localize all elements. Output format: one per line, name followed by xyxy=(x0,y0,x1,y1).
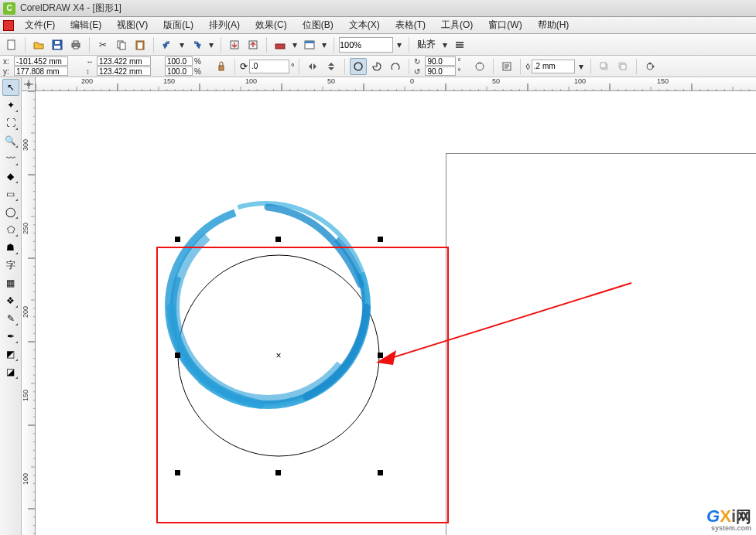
fill-tool[interactable]: ◩ xyxy=(2,346,19,363)
selection-center-marker[interactable]: × xyxy=(275,350,281,361)
pie-button[interactable] xyxy=(368,58,385,75)
svg-text:150: 150 xyxy=(22,390,29,401)
interactive-blend-tool[interactable]: ❖ xyxy=(2,292,19,309)
open-button[interactable] xyxy=(30,36,47,53)
to-front-button[interactable] xyxy=(596,58,613,75)
svg-rect-29 xyxy=(621,64,626,70)
menu-item[interactable]: 版面(L) xyxy=(156,17,201,33)
zoom-dropdown[interactable]: ▾ xyxy=(395,36,404,53)
redo-button[interactable] xyxy=(188,36,205,53)
export-button[interactable] xyxy=(245,36,262,53)
arc-button[interactable] xyxy=(387,58,404,75)
undo-dropdown[interactable]: ▾ xyxy=(177,36,186,53)
horizontal-ruler[interactable]: 20015010050050100150 xyxy=(36,77,756,91)
smart-fill-tool[interactable]: ◆ xyxy=(2,168,19,185)
y-position-input[interactable] xyxy=(14,66,68,76)
new-button[interactable] xyxy=(3,36,20,53)
scale-fields: % % xyxy=(165,56,211,77)
print-button[interactable] xyxy=(67,36,84,53)
selection-handle-s[interactable] xyxy=(275,470,281,475)
zoom-tool[interactable]: 🔍 xyxy=(2,132,19,149)
cut-button[interactable]: ✂ xyxy=(94,36,111,53)
paste-button[interactable] xyxy=(132,36,149,53)
menu-item[interactable]: 视图(V) xyxy=(109,17,156,33)
menu-item[interactable]: 窗口(W) xyxy=(481,17,529,33)
svg-text:100: 100 xyxy=(22,473,29,485)
freehand-tool[interactable]: 〰 xyxy=(2,150,19,167)
end-angle-input[interactable] xyxy=(425,66,456,76)
blue-brush-circle[interactable] xyxy=(165,203,368,406)
basic-shapes-tool[interactable]: ☗ xyxy=(2,239,19,256)
menu-item[interactable]: 工具(O) xyxy=(433,17,481,33)
undo-button[interactable] xyxy=(159,36,176,53)
menu-item[interactable]: 位图(B) xyxy=(295,17,341,33)
welcome-dropdown[interactable]: ▾ xyxy=(320,36,329,53)
width-input[interactable] xyxy=(97,56,151,66)
lock-ratio-button[interactable] xyxy=(213,58,230,75)
table-tool[interactable]: ▦ xyxy=(2,274,19,291)
menu-item[interactable]: 文本(X) xyxy=(341,17,388,33)
mirror-h-button[interactable] xyxy=(304,58,321,75)
start-angle-input[interactable] xyxy=(425,56,456,66)
toolbox: ↖✦⛶🔍〰◆▭◯⬠☗字▦❖✎✒◩◪ xyxy=(0,77,22,535)
redo-dropdown[interactable]: ▾ xyxy=(207,36,216,53)
menu-item[interactable]: 编辑(E) xyxy=(63,17,109,33)
ellipse-full-button[interactable] xyxy=(350,58,367,75)
copy-button[interactable] xyxy=(113,36,130,53)
save-button[interactable] xyxy=(49,36,66,53)
selection-handle-sw[interactable] xyxy=(175,470,180,475)
menu-item[interactable]: 文件(F) xyxy=(17,17,63,33)
selection-handle-n[interactable] xyxy=(275,237,281,242)
app-logo-icon: C xyxy=(3,2,15,15)
ruler-origin[interactable] xyxy=(22,77,36,91)
snap-dropdown[interactable]: ▾ xyxy=(440,36,450,53)
outline-tool[interactable]: ✒ xyxy=(2,328,19,345)
x-position-input[interactable] xyxy=(14,56,68,66)
text-tool[interactable]: 字 xyxy=(2,257,19,274)
menu-item[interactable]: 帮助(H) xyxy=(530,17,577,33)
crop-tool[interactable]: ⛶ xyxy=(2,114,19,131)
swap-direction-button[interactable] xyxy=(471,58,488,75)
outline-width-input[interactable] xyxy=(532,60,575,73)
svg-point-198 xyxy=(175,214,361,400)
selection-handle-e[interactable] xyxy=(378,353,383,358)
wrap-paragraph-button[interactable] xyxy=(498,58,515,75)
polygon-tool[interactable]: ⬠ xyxy=(2,221,19,238)
outline-width-dropdown[interactable]: ▾ xyxy=(576,58,586,75)
app-launcher-button[interactable] xyxy=(272,36,289,53)
zoom-level-select[interactable] xyxy=(339,37,393,53)
vertical-ruler[interactable]: 300250200150100 xyxy=(22,91,36,535)
options-button[interactable] xyxy=(451,36,468,53)
svg-rect-6 xyxy=(74,46,78,49)
selection-handle-se[interactable] xyxy=(378,470,383,475)
scale-y-input[interactable] xyxy=(165,66,193,76)
welcome-button[interactable] xyxy=(301,36,318,53)
selection-handle-ne[interactable] xyxy=(378,237,383,242)
menu-item[interactable]: 表格(T) xyxy=(388,17,433,33)
to-back-button[interactable] xyxy=(614,58,631,75)
height-input[interactable] xyxy=(97,66,151,76)
shape-tool[interactable]: ✦ xyxy=(2,97,19,114)
interactive-fill-tool[interactable]: ◪ xyxy=(2,363,19,380)
selection-handle-w[interactable] xyxy=(175,353,180,358)
scale-x-input[interactable] xyxy=(165,56,193,66)
rotation-input[interactable] xyxy=(249,60,289,73)
menu-item[interactable]: 排列(A) xyxy=(201,17,248,33)
pick-tool[interactable]: ↖ xyxy=(2,79,19,96)
drawing-canvas[interactable]: × xyxy=(36,91,756,535)
mirror-v-button[interactable] xyxy=(323,58,340,75)
svg-text:150: 150 xyxy=(657,77,669,85)
ellipse-tool[interactable]: ◯ xyxy=(2,203,19,220)
svg-rect-8 xyxy=(120,43,125,49)
svg-rect-19 xyxy=(219,66,224,70)
eyedropper-tool[interactable]: ✎ xyxy=(2,310,19,327)
app-launcher-dropdown[interactable]: ▾ xyxy=(290,36,299,53)
import-button[interactable] xyxy=(226,36,243,53)
convert-curves-button[interactable] xyxy=(641,58,659,75)
menu-item[interactable]: 效果(C) xyxy=(248,17,295,33)
selection-handle-nw[interactable] xyxy=(175,237,180,242)
watermark: GXi网 system.com xyxy=(706,506,751,532)
rectangle-tool[interactable]: ▭ xyxy=(2,186,19,203)
svg-rect-3 xyxy=(55,41,60,44)
svg-rect-10 xyxy=(138,43,142,49)
